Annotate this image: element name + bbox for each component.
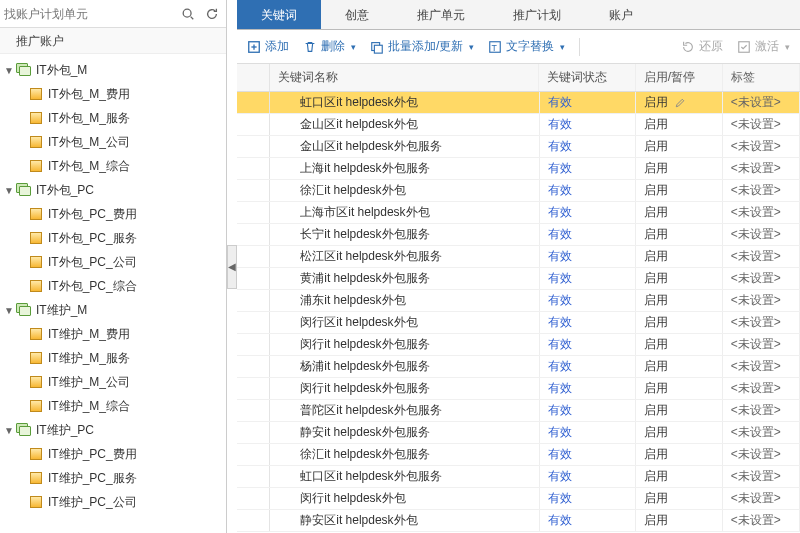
row-checkbox[interactable]: [237, 136, 270, 157]
row-checkbox[interactable]: [237, 158, 270, 179]
tree-child[interactable]: IT外包_M_费用: [0, 82, 226, 106]
cell-toggle[interactable]: 启用: [636, 92, 723, 113]
cell-toggle[interactable]: 启用: [636, 246, 723, 267]
row-checkbox[interactable]: [237, 290, 270, 311]
tree-child[interactable]: IT维护_PC_服务: [0, 466, 226, 490]
tree-child[interactable]: IT外包_M_综合: [0, 154, 226, 178]
table-row[interactable]: 金山区it helpdesk外包服务有效启用<未设置>: [237, 136, 800, 158]
row-checkbox[interactable]: [237, 356, 270, 377]
cell-toggle[interactable]: 启用: [636, 488, 723, 509]
tree-parent[interactable]: ▼IT维护_PC: [0, 418, 226, 442]
refresh-icon[interactable]: [202, 4, 222, 24]
cell-toggle[interactable]: 启用: [636, 224, 723, 245]
table-row[interactable]: 徐汇it helpdesk外包有效启用<未设置>: [237, 180, 800, 202]
table-row[interactable]: 虹口区it helpdesk外包服务有效启用<未设置>: [237, 466, 800, 488]
tree-child[interactable]: IT维护_PC_费用: [0, 442, 226, 466]
tree-child[interactable]: IT维护_M_服务: [0, 346, 226, 370]
table-row[interactable]: 闵行区it helpdesk外包有效启用<未设置>: [237, 312, 800, 334]
cell-toggle[interactable]: 启用: [636, 444, 723, 465]
row-checkbox[interactable]: [237, 312, 270, 333]
row-checkbox[interactable]: [237, 268, 270, 289]
cell-toggle[interactable]: 启用: [636, 312, 723, 333]
row-checkbox[interactable]: [237, 224, 270, 245]
table-row[interactable]: 静安区it helpdesk外包有效启用<未设置>: [237, 510, 800, 532]
cell-toggle[interactable]: 启用: [636, 400, 723, 421]
cell-toggle[interactable]: 启用: [636, 422, 723, 443]
col-checkbox[interactable]: [237, 64, 270, 91]
tree-child[interactable]: IT外包_M_公司: [0, 130, 226, 154]
cell-toggle[interactable]: 启用: [636, 378, 723, 399]
cell-toggle[interactable]: 启用: [636, 114, 723, 135]
row-checkbox[interactable]: [237, 334, 270, 355]
col-toggle[interactable]: 启用/暂停: [636, 64, 723, 91]
table-row[interactable]: 松江区it helpdesk外包服务有效启用<未设置>: [237, 246, 800, 268]
table-row[interactable]: 虹口区it helpdesk外包有效启用<未设置>: [237, 92, 800, 114]
tab[interactable]: 推广计划: [489, 0, 585, 29]
col-tag[interactable]: 标签: [723, 64, 800, 91]
row-checkbox[interactable]: [237, 400, 270, 421]
row-checkbox[interactable]: [237, 510, 270, 531]
cell-toggle[interactable]: 启用: [636, 466, 723, 487]
search-icon[interactable]: [178, 4, 198, 24]
table-row[interactable]: 普陀区it helpdesk外包服务有效启用<未设置>: [237, 400, 800, 422]
tab[interactable]: 创意: [321, 0, 393, 29]
tab[interactable]: 关键词: [237, 0, 321, 29]
search-input[interactable]: [4, 7, 174, 21]
col-status[interactable]: 关键词状态: [539, 64, 636, 91]
cell-toggle[interactable]: 启用: [636, 268, 723, 289]
tree-parent[interactable]: ▼IT外包_PC: [0, 178, 226, 202]
table-row[interactable]: 静安it helpdesk外包服务有效启用<未设置>: [237, 422, 800, 444]
row-checkbox[interactable]: [237, 246, 270, 267]
tree-parent[interactable]: ▼IT外包_M: [0, 58, 226, 82]
delete-button[interactable]: 删除 ▾: [303, 38, 356, 55]
tree-child[interactable]: IT维护_PC_公司: [0, 490, 226, 514]
tree-child[interactable]: IT外包_PC_公司: [0, 250, 226, 274]
tab[interactable]: 推广单元: [393, 0, 489, 29]
row-checkbox[interactable]: [237, 488, 270, 509]
table-row[interactable]: 长宁it helpdesk外包服务有效启用<未设置>: [237, 224, 800, 246]
row-checkbox[interactable]: [237, 378, 270, 399]
row-checkbox[interactable]: [237, 202, 270, 223]
cell-toggle[interactable]: 启用: [636, 136, 723, 157]
cell-toggle[interactable]: 启用: [636, 158, 723, 179]
table-row[interactable]: 上海it helpdesk外包服务有效启用<未设置>: [237, 158, 800, 180]
cell-toggle[interactable]: 启用: [636, 356, 723, 377]
table-row[interactable]: 闵行it helpdesk外包服务有效启用<未设置>: [237, 334, 800, 356]
table-row[interactable]: 闵行it helpdesk外包服务有效启用<未设置>: [237, 378, 800, 400]
cell-toggle[interactable]: 启用: [636, 334, 723, 355]
row-checkbox[interactable]: [237, 444, 270, 465]
cell-toggle[interactable]: 启用: [636, 510, 723, 531]
table-row[interactable]: 上海市区it helpdesk外包有效启用<未设置>: [237, 202, 800, 224]
col-name[interactable]: 关键词名称: [270, 64, 539, 91]
table-row[interactable]: 浦东it helpdesk外包有效启用<未设置>: [237, 290, 800, 312]
tree-child[interactable]: IT维护_M_公司: [0, 370, 226, 394]
cell-toggle[interactable]: 启用: [636, 290, 723, 311]
tree-child[interactable]: IT外包_PC_综合: [0, 274, 226, 298]
tree-child[interactable]: IT外包_M_服务: [0, 106, 226, 130]
replace-button[interactable]: T 文字替换 ▾: [488, 38, 565, 55]
cell-toggle[interactable]: 启用: [636, 180, 723, 201]
table-row[interactable]: 黄浦it helpdesk外包服务有效启用<未设置>: [237, 268, 800, 290]
edit-icon[interactable]: [674, 97, 686, 109]
tree-child[interactable]: IT外包_PC_费用: [0, 202, 226, 226]
tree-parent[interactable]: ▼IT维护_M: [0, 298, 226, 322]
table-row[interactable]: 金山区it helpdesk外包有效启用<未设置>: [237, 114, 800, 136]
row-checkbox[interactable]: [237, 114, 270, 135]
tree-child[interactable]: IT外包_PC_服务: [0, 226, 226, 250]
batch-button[interactable]: 批量添加/更新 ▾: [370, 38, 474, 55]
table-row[interactable]: 杨浦it helpdesk外包服务有效启用<未设置>: [237, 356, 800, 378]
row-checkbox[interactable]: [237, 422, 270, 443]
cell-toggle[interactable]: 启用: [636, 202, 723, 223]
table-row[interactable]: 徐汇it helpdesk外包服务有效启用<未设置>: [237, 444, 800, 466]
tab[interactable]: 账户: [585, 0, 657, 29]
tree-child[interactable]: IT维护_M_费用: [0, 322, 226, 346]
collapse-handle[interactable]: ◀: [227, 245, 237, 289]
activate-button[interactable]: 激活 ▾: [737, 38, 790, 55]
table-row[interactable]: 闵行it helpdesk外包有效启用<未设置>: [237, 488, 800, 510]
row-checkbox[interactable]: [237, 466, 270, 487]
add-button[interactable]: 添加: [247, 38, 289, 55]
row-checkbox[interactable]: [237, 92, 270, 113]
restore-button[interactable]: 还原: [681, 38, 723, 55]
tree-child[interactable]: IT维护_M_综合: [0, 394, 226, 418]
row-checkbox[interactable]: [237, 180, 270, 201]
